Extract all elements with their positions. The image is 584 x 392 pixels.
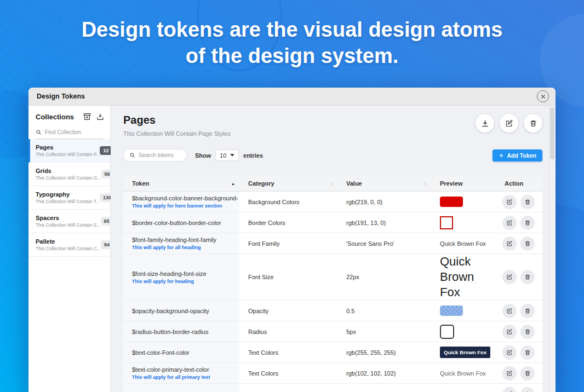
token-category: Opacity (239, 308, 337, 314)
delete-token-button[interactable] (520, 366, 535, 381)
collection-item-spacers[interactable]: SpacersThis Collection Will Contain S...… (28, 210, 110, 233)
collection-description: This Collection Will Contain G... (36, 175, 101, 181)
close-button[interactable] (537, 90, 549, 102)
download-icon (481, 119, 489, 128)
token-name-cell: $background-color-banner-background-This… (123, 192, 239, 212)
opacity-preview-swatch (440, 305, 463, 316)
page-size-value: 10 (220, 152, 226, 159)
table-body: $background-color-banner-background-This… (123, 192, 542, 392)
collection-description: This Collection Will Contain C... (36, 246, 101, 251)
delete-token-button[interactable] (520, 345, 535, 360)
delete-token-button[interactable] (520, 325, 535, 339)
token-name-cell: $border-color-button-border-color (123, 212, 239, 233)
token-name-cell: $text-color-primary-text-colorThis will … (123, 363, 239, 383)
edit-token-button[interactable] (502, 216, 517, 230)
collection-panel: Pages This Collection Will Contain Page … (111, 106, 556, 392)
token-name: $opacity-background-opacity (132, 308, 239, 314)
delete-token-button[interactable] (520, 216, 535, 230)
edit-token-button[interactable] (502, 195, 517, 209)
edit-token-button[interactable] (502, 345, 517, 360)
edit-token-button[interactable] (502, 366, 517, 381)
column-header-value[interactable]: Value ▲▼ (337, 180, 431, 187)
token-preview-cell: Quick Brown Fox (431, 370, 496, 377)
add-collection-button[interactable] (82, 112, 91, 122)
banner-heading: Design tokens are the visual design atom… (0, 16, 584, 69)
collection-description: This Collection Will Contain S... (36, 222, 101, 228)
design-tokens-window: Design Tokens Collections (28, 88, 556, 392)
token-row: $text-color-Font-colorText Colorsrgb(255… (123, 342, 542, 363)
token-category: Radius (239, 328, 337, 335)
token-row: $text-shadow-heading-shadowText Shadow0p… (123, 384, 542, 392)
column-header-token[interactable]: Token ▲ (123, 180, 239, 187)
delete-collection-button[interactable] (524, 114, 542, 132)
token-search-input[interactable] (139, 152, 181, 158)
token-category: Text Colors (239, 349, 337, 356)
edit-token-button[interactable] (502, 304, 517, 318)
delete-token-button[interactable] (520, 387, 535, 392)
border-preview-box (440, 216, 453, 229)
collection-item-grids[interactable]: GridsThis Collection Will Contain G...56 (28, 163, 110, 186)
delete-token-button[interactable] (520, 304, 535, 318)
token-actions (496, 366, 542, 381)
trash-icon (524, 349, 531, 356)
edit-token-button[interactable] (502, 237, 517, 251)
token-actions (496, 387, 542, 392)
delete-token-button[interactable] (520, 270, 535, 284)
color-preview-swatch (440, 197, 463, 207)
edit-token-button[interactable] (502, 325, 517, 339)
token-name-cell: $font-size-heading-font-sizeThis will ap… (123, 254, 239, 300)
export-collection-button[interactable] (476, 114, 494, 132)
banner-line-2: of the design system. (0, 43, 584, 69)
edit-icon (506, 199, 513, 205)
page-size-select[interactable]: 10 (215, 149, 239, 161)
collection-search-input[interactable] (45, 129, 103, 135)
token-category: Text Colors (239, 370, 337, 377)
token-row: $font-family-heading-font-familyThis wil… (123, 233, 542, 254)
scrollbar-thumb[interactable] (550, 107, 554, 159)
token-row: $font-size-heading-font-sizeThis will ap… (123, 254, 542, 301)
import-collection-button[interactable] (95, 112, 105, 122)
token-row: $text-color-primary-text-colorThis will … (123, 363, 542, 384)
token-search[interactable] (123, 149, 187, 162)
radius-preview-box (440, 325, 454, 339)
page-title: Pages (123, 114, 231, 126)
table-header: Token ▲ Category ▲▼ Value ▲▼ Preview (123, 176, 542, 192)
edit-token-button[interactable] (502, 270, 517, 284)
token-name-cell: $text-color-Font-color (123, 342, 239, 362)
token-preview-cell: Quick Brown Fox (431, 347, 496, 358)
edit-icon (506, 328, 513, 335)
trash-icon (524, 308, 531, 314)
delete-token-button[interactable] (520, 237, 535, 251)
collection-search[interactable] (36, 127, 103, 139)
window-title: Design Tokens (37, 93, 85, 100)
trash-icon (524, 240, 531, 247)
collection-item-pages[interactable]: PagesThis Collection Will Contain P...12 (28, 139, 110, 163)
token-category: Background Colors (239, 199, 337, 205)
close-icon (540, 94, 546, 100)
edit-token-button[interactable] (502, 387, 517, 392)
add-token-button[interactable]: Add Token (493, 149, 542, 162)
column-header-preview: Preview (431, 180, 496, 187)
edit-collection-button[interactable] (500, 114, 518, 132)
token-actions (496, 216, 542, 230)
token-name: $text-color-primary-text-color (132, 366, 239, 373)
edit-icon (506, 274, 513, 280)
token-category: Font Size (239, 274, 337, 280)
delete-token-button[interactable] (520, 195, 535, 209)
token-name: $text-color-Font-color (132, 349, 239, 356)
trash-icon (524, 328, 531, 335)
scrollbar[interactable] (549, 106, 554, 392)
column-header-category[interactable]: Category ▲▼ (239, 180, 337, 187)
collection-item-typography[interactable]: TypographyThis Collection Will Contain T… (28, 186, 110, 210)
search-icon (129, 152, 135, 158)
collection-name: Typography (36, 191, 100, 198)
entries-label: entries (243, 152, 263, 159)
trash-icon (529, 119, 537, 128)
token-note: This will apply for hero banner section (132, 203, 239, 209)
token-note: This will apply for all primary text (132, 374, 239, 380)
collection-item-pallete[interactable]: PalleteThis Collection Will Contain C...… (28, 233, 110, 257)
token-value: 0.5 (337, 308, 431, 314)
text-color-preview: Quick Brown Fox (440, 370, 486, 377)
edit-icon (506, 349, 513, 356)
token-row: $border-color-button-border-colorBorder … (123, 212, 542, 233)
